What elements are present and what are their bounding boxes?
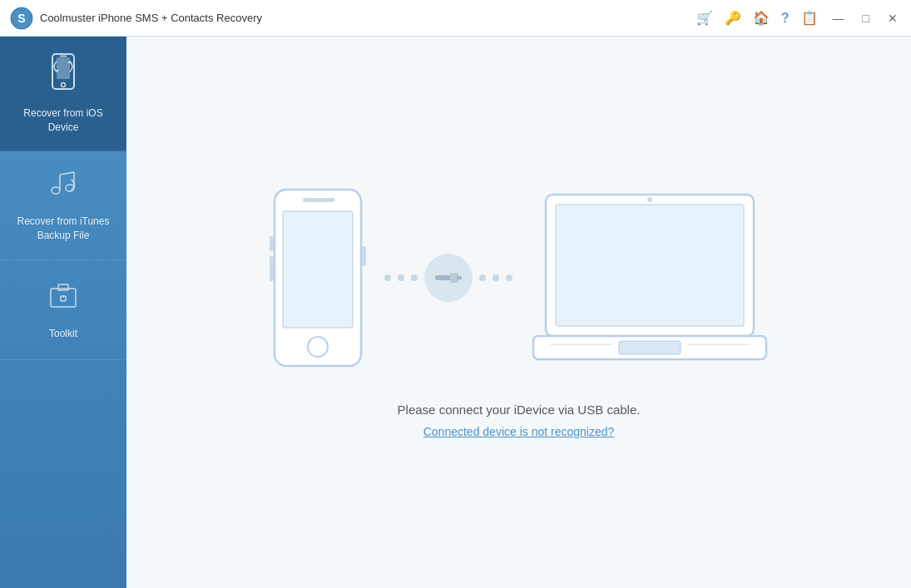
dot-5 [493, 274, 499, 281]
sidebar-item-itunes-backup-label: Recover from iTunes Backup File [8, 215, 118, 243]
app-logo: S [10, 7, 33, 30]
dot-4 [479, 274, 486, 281]
svg-line-12 [60, 172, 74, 175]
svg-point-30 [647, 197, 652, 202]
cart-icon[interactable]: 🛒 [696, 10, 713, 26]
key-icon[interactable]: 🔑 [725, 10, 741, 26]
svg-rect-25 [435, 275, 452, 280]
svg-rect-3 [57, 57, 70, 79]
connection-area [268, 186, 770, 369]
home-icon[interactable]: 🏠 [753, 10, 770, 26]
title-bar-actions: 🛒 🔑 🏠 ? 📋 — □ ✕ [696, 10, 901, 27]
sidebar-item-toolkit[interactable]: Toolkit [0, 260, 126, 360]
svg-rect-23 [270, 256, 274, 281]
svg-rect-27 [457, 276, 462, 279]
svg-rect-19 [303, 198, 333, 202]
laptop-illustration [529, 186, 770, 369]
svg-rect-18 [283, 211, 353, 328]
sidebar-item-itunes-backup[interactable]: Recover from iTunes Backup File [0, 151, 126, 259]
dot-1 [384, 274, 391, 281]
phone-illustration [268, 186, 368, 369]
minimize-button[interactable]: — [829, 10, 848, 27]
connection-line [384, 254, 512, 302]
sidebar-item-toolkit-label: Toolkit [49, 327, 77, 341]
svg-point-4 [62, 83, 66, 87]
svg-text:S: S [17, 12, 25, 25]
sidebar-item-ios-device[interactable]: Recover from iOS Device [0, 37, 126, 151]
usb-connector [424, 254, 473, 302]
itunes-backup-icon [47, 168, 80, 208]
maximize-button[interactable]: □ [859, 10, 873, 27]
feedback-icon[interactable]: 📋 [801, 10, 818, 26]
svg-rect-29 [556, 205, 744, 326]
sidebar-item-ios-device-label: Recover from iOS Device [8, 106, 118, 135]
svg-point-8 [52, 187, 60, 194]
toolkit-icon [47, 279, 79, 320]
svg-point-20 [308, 337, 328, 357]
dot-6 [506, 274, 512, 281]
svg-rect-22 [270, 236, 274, 251]
sidebar: Recover from iOS Device Recover from iTu… [0, 37, 126, 588]
window-title: Coolmuster iPhone SMS + Contacts Recover… [40, 12, 696, 24]
svg-point-21 [330, 198, 334, 202]
device-not-recognized-link[interactable]: Connected device is not recognized? [423, 425, 615, 438]
svg-rect-32 [619, 341, 681, 354]
usb-icon [435, 269, 462, 286]
ios-device-icon [47, 53, 80, 100]
connection-status-text: Please connect your iDevice via USB cabl… [398, 403, 641, 417]
dot-3 [411, 274, 418, 281]
close-button[interactable]: ✕ [884, 10, 901, 27]
svg-rect-14 [58, 284, 68, 290]
dot-2 [398, 274, 404, 281]
app-body: Recover from iOS Device Recover from iTu… [0, 37, 911, 588]
main-content: Please connect your iDevice via USB cabl… [126, 37, 911, 588]
title-bar: S Coolmuster iPhone SMS + Contacts Recov… [0, 0, 911, 37]
svg-rect-24 [362, 246, 366, 266]
help-icon[interactable]: ? [781, 11, 790, 26]
